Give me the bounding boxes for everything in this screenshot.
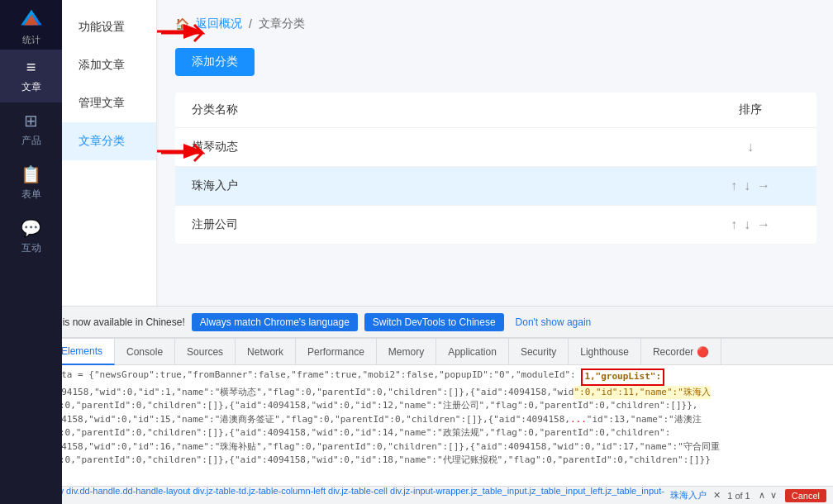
row-name-0: 横琴动态 — [192, 140, 701, 155]
sort-right-icon-2[interactable]: → — [757, 217, 770, 232]
tab-performance[interactable]: Performance — [296, 339, 377, 365]
nav-down-button[interactable]: ∨ — [769, 490, 778, 501]
sidebar-label-product: 产品 — [21, 134, 41, 148]
tab-sources-label: Sources — [187, 346, 223, 358]
dont-show-again-button[interactable]: Don't show again — [511, 313, 597, 331]
status-nav: ∧ ∨ — [757, 490, 778, 501]
result-count: 1 of 1 — [727, 491, 750, 501]
breadcrumb-sep: / — [249, 17, 252, 31]
article-category-label: 文章分类 — [79, 134, 125, 149]
tab-network[interactable]: Network — [236, 339, 296, 365]
add-article-label: 添加文章 — [79, 58, 125, 73]
sidebar-item-product[interactable]: ⊞ 产品 — [0, 102, 62, 156]
tab-network-label: Network — [247, 346, 283, 358]
code-line-4: 册","flag":0,"parentId":0,"children":[]},… — [7, 426, 826, 440]
row-actions-0: ↓ — [701, 140, 800, 155]
sidebar-label-form: 表单 — [21, 188, 41, 202]
code-line-1: [{"aid":4094158,"wid":0,"id":1,"name":"横… — [7, 386, 826, 400]
table-row: 注册公司 ↑ ↓ → — [175, 206, 816, 244]
tab-security-label: Security — [521, 346, 556, 358]
sort-down-icon[interactable]: ↓ — [747, 140, 754, 155]
app-logo — [17, 4, 45, 32]
sidebar-item-form[interactable]: 📋 表单 — [0, 156, 62, 210]
logo-area: 统计 — [0, 0, 62, 50]
sort-up-icon-2[interactable]: ↑ — [731, 217, 737, 232]
switch-to-chinese-button[interactable]: Switch DevTools to Chinese — [364, 313, 504, 331]
header-name: 分类名称 — [192, 102, 701, 117]
table-row: 珠海入户 ↑ ↓ → — [175, 167, 816, 206]
second-sidebar: 功能设置 添加文章 管理文章 文章分类 — [62, 0, 157, 306]
tab-security[interactable]: Security — [509, 339, 569, 365]
sort-down-icon-3[interactable]: ↓ — [744, 217, 750, 232]
row-actions-1: ↑ ↓ → — [701, 178, 800, 193]
cancel-button[interactable]: Cancel — [785, 489, 826, 502]
table-header: 分类名称 排序 — [175, 93, 816, 128]
code-line-0: var pageData = {"newsGroup":true,"fromBa… — [7, 368, 826, 386]
sort-down-icon-2[interactable]: ↓ — [744, 178, 750, 193]
sidebar-label-article: 文章 — [21, 80, 41, 94]
always-match-language-button[interactable]: Always match Chrome's language — [192, 313, 358, 331]
code-line-3: {"aid":4094158,"wid":0,"id":15,"name":"港… — [7, 413, 826, 427]
sidebar-label-interact: 互动 — [21, 241, 41, 255]
header-sort: 排序 — [701, 102, 800, 117]
tab-application-label: Application — [448, 346, 497, 358]
tab-console[interactable]: Console — [115, 339, 175, 365]
tab-sources[interactable]: Sources — [175, 339, 236, 365]
category-table: 分类名称 排序 横琴动态 ↓ 珠海入户 ↑ ↓ → 注册公司 ↑ ↓ → — [175, 93, 816, 244]
sidebar-item-interact[interactable]: 💬 互动 — [0, 210, 62, 264]
tab-performance-label: Performance — [307, 346, 364, 358]
sidebar-item-func-settings[interactable]: 功能设置 — [62, 8, 156, 46]
devtools-tab-bar: ⬚ 📱 Elements Console Sources Network Per… — [0, 339, 833, 365]
status-breadcrumb-text: m.jz-table-row div.dd-handle.dd-handle-l… — [7, 486, 670, 505]
func-settings-label: 功能设置 — [79, 20, 125, 35]
breadcrumb-current: 文章分类 — [259, 17, 305, 31]
tab-memory[interactable]: Memory — [377, 339, 436, 365]
row-name-1: 珠海入户 — [192, 178, 701, 193]
breadcrumb-back[interactable]: 返回概况 — [196, 17, 242, 31]
sort-up-icon[interactable]: ↑ — [731, 178, 737, 193]
devtools-statusbar: m.jz-table-row div.dd-handle.dd-handle-l… — [0, 486, 833, 504]
sort-right-icon[interactable]: → — [757, 178, 770, 193]
search-result-text: 珠海入户 — [670, 489, 707, 502]
row-actions-2: ↑ ↓ → — [701, 217, 800, 232]
table-row: 横琴动态 ↓ — [175, 128, 816, 167]
tab-elements-label: Elements — [61, 345, 102, 357]
sidebar-item-add-article[interactable]: 添加文章 — [62, 46, 156, 84]
sidebar-item-manage-article[interactable]: 管理文章 — [62, 84, 156, 122]
interact-icon: 💬 — [21, 218, 41, 238]
logo-label: 统计 — [22, 34, 40, 46]
nav-up-button[interactable]: ∧ — [757, 490, 767, 501]
tab-recorder[interactable]: Recorder 🔴 — [641, 339, 721, 365]
manage-article-label: 管理文章 — [79, 96, 125, 111]
tab-recorder-label: Recorder 🔴 — [653, 346, 709, 358]
add-category-button[interactable]: 添加分类 — [175, 48, 255, 76]
tab-application[interactable]: Application — [436, 339, 509, 365]
tab-console-label: Console — [126, 346, 163, 358]
search-count: ✕ — [713, 490, 721, 501]
home-icon: 🏠 — [175, 17, 189, 31]
breadcrumb: 🏠 返回概况 / 文章分类 — [175, 17, 816, 31]
code-line-6: 用","flag":0,"parentId":0,"children":[]},… — [7, 454, 826, 468]
product-icon: ⊞ — [24, 111, 38, 131]
red-box-highlight: 1,"groupList": — [581, 368, 664, 386]
devtools-code-area: var pageData = {"newsGroup":true,"fromBa… — [0, 365, 833, 504]
sidebar-item-article[interactable]: ≡ 文章 — [0, 50, 62, 102]
tab-lighthouse-label: Lighthouse — [580, 346, 629, 358]
status-right-area: 珠海入户 ✕ 1 of 1 ∧ ∨ Cancel — [670, 489, 826, 502]
tab-memory-label: Memory — [388, 346, 424, 358]
devtools-notification-bar: ℹ DevTools is now available in Chinese! … — [0, 306, 833, 337]
article-icon: ≡ — [26, 58, 36, 77]
sidebar-item-article-category[interactable]: 文章分类 — [62, 122, 156, 160]
form-icon: 📋 — [21, 164, 41, 184]
tab-lighthouse[interactable]: Lighthouse — [569, 339, 641, 365]
devtools-panel: ⬚ 📱 Elements Console Sources Network Per… — [0, 337, 833, 504]
main-content: 🏠 返回概况 / 文章分类 添加分类 分类名称 排序 横琴动态 ↓ 珠海入户 ↑… — [159, 0, 833, 306]
sidebar: 统计 ≡ 文章 ⊞ 产品 📋 表单 💬 互动 — [0, 0, 62, 504]
row-name-2: 注册公司 — [192, 217, 701, 232]
code-line-5: {"aid":4094158,"wid":0,"id":16,"name":"珠… — [7, 440, 826, 454]
code-line-2: 户" ,"flag":0,"parentId":0,"children":[]}… — [7, 399, 826, 413]
